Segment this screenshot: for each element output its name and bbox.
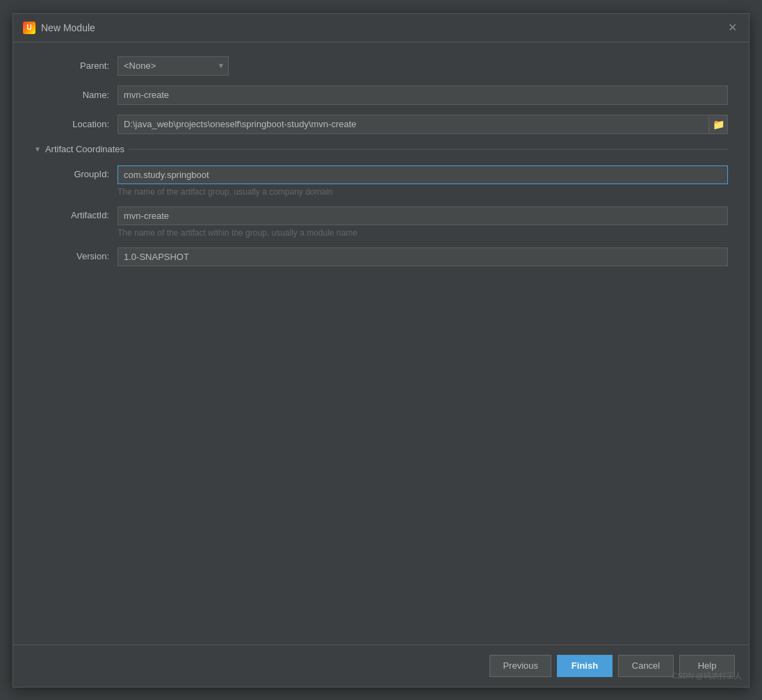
finish-button[interactable]: Finish (557, 655, 613, 677)
dialog-footer: Previous Finish Cancel Help (13, 644, 749, 687)
artifactid-field-wrapper: The name of the artifact within the grou… (117, 206, 728, 243)
artifact-section: GroupId: The name of the artifact group,… (34, 165, 728, 266)
previous-button[interactable]: Previous (489, 655, 551, 677)
browse-button[interactable]: 📁 (708, 115, 728, 134)
close-button[interactable]: ✕ (725, 21, 739, 35)
artifactid-hint: The name of the artifact within the grou… (117, 228, 728, 238)
new-module-dialog: U New Module ✕ Parent: <None> ▼ Name: Lo… (13, 13, 749, 687)
artifactid-row: ArtifactId: The name of the artifact wit… (34, 206, 728, 243)
version-row: Version: (34, 247, 728, 266)
version-input[interactable] (117, 247, 728, 266)
parent-row: Parent: <None> ▼ (34, 56, 728, 76)
section-toggle-icon[interactable]: ▼ (34, 145, 41, 153)
parent-select-wrapper: <None> ▼ (117, 56, 229, 76)
artifact-section-title: Artifact Coordinates (45, 144, 124, 154)
groupid-field-wrapper: The name of the artifact group, usually … (117, 165, 728, 202)
location-input[interactable] (117, 115, 708, 134)
version-field-wrapper (117, 247, 728, 266)
groupid-input[interactable] (117, 165, 728, 184)
artifactid-label: ArtifactId: (34, 206, 117, 220)
location-row: Location: 📁 (34, 115, 728, 134)
artifact-section-header: ▼ Artifact Coordinates (34, 144, 728, 154)
name-input[interactable] (117, 86, 728, 105)
cancel-button[interactable]: Cancel (618, 655, 674, 677)
groupid-label: GroupId: (34, 165, 117, 179)
name-label: Name: (34, 90, 117, 100)
parent-label: Parent: (34, 60, 117, 71)
groupid-hint: The name of the artifact group, usually … (117, 187, 728, 197)
parent-select[interactable]: <None> (117, 56, 229, 76)
app-icon: U (23, 22, 35, 34)
watermark: CSDN @码农打工人 (672, 671, 742, 681)
title-bar-left: U New Module (23, 22, 95, 34)
groupid-row: GroupId: The name of the artifact group,… (34, 165, 728, 202)
name-row: Name: (34, 86, 728, 105)
dialog-title: New Module (41, 22, 95, 33)
location-label: Location: (34, 119, 117, 129)
location-wrapper: 📁 (117, 115, 728, 134)
dialog-body: Parent: <None> ▼ Name: Location: 📁 ▼ Art… (13, 42, 749, 644)
version-label: Version: (34, 247, 117, 261)
artifactid-input[interactable] (117, 206, 728, 225)
title-bar: U New Module ✕ (13, 14, 749, 42)
section-divider (129, 149, 728, 149)
